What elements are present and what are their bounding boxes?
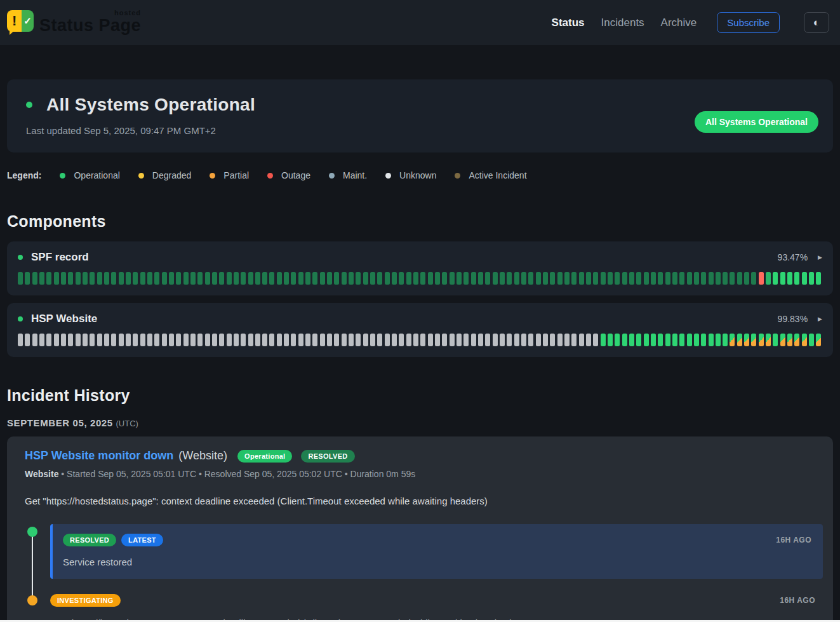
uptime-bar-unknown — [104, 334, 109, 346]
uptime-bar-op — [672, 334, 677, 346]
uptime-bar-op-dim — [154, 272, 159, 285]
uptime-bar-unknown — [190, 334, 196, 346]
uptime-bars — [18, 272, 822, 285]
uptime-bar-unknown — [183, 334, 189, 346]
uptime-bar-unknown — [162, 334, 167, 346]
uptime-bar-unknown — [18, 334, 23, 346]
uptime-bar-unknown — [420, 334, 425, 346]
theme-toggle-button[interactable]: ◐ — [804, 12, 829, 33]
component-name: HSP Website — [31, 313, 97, 325]
uptime-bar-op-dim — [536, 272, 541, 285]
uptime-bar-unknown — [61, 334, 66, 346]
uptime-bar-op-dim — [651, 272, 656, 285]
uptime-bar-op-dim — [751, 272, 756, 285]
timeline-dot — [27, 595, 37, 605]
legend-item-maint-: Maint. — [329, 170, 367, 180]
status-badge: All Systems Operational — [695, 111, 818, 133]
uptime-bar-unknown — [68, 334, 73, 346]
uptime-bar-op — [802, 272, 807, 285]
uptime-bar-op-dim — [205, 272, 210, 285]
uptime-bar-unknown — [147, 334, 152, 346]
uptime-bar-unknown — [126, 334, 131, 346]
uptime-bar-unknown — [197, 334, 203, 346]
subscribe-button[interactable]: Subscribe — [717, 12, 780, 33]
uptime-bar-op-dim — [644, 272, 649, 285]
uptime-bar-op-dim — [90, 272, 95, 285]
uptime-bar-unknown — [90, 334, 95, 346]
status-dot — [26, 102, 32, 108]
uptime-bar-op-dim — [737, 272, 742, 285]
uptime-bar-op-dim — [363, 272, 368, 285]
legend-item-label: Unknown — [399, 170, 436, 180]
uptime-bar-op-dim — [463, 272, 469, 285]
uptime-bar-op-dim — [349, 272, 354, 285]
uptime-bar-unknown — [579, 334, 584, 346]
uptime-bar-op — [780, 272, 785, 285]
uptime-bar-op-dim — [298, 272, 303, 285]
uptime-bar-partial — [737, 334, 742, 346]
uptime-bar-unknown — [176, 334, 181, 346]
uptime-bar-op-dim — [54, 272, 59, 285]
chevron-right-icon: ▶ — [818, 316, 822, 322]
component-expand[interactable]: 99.83%▶ — [778, 314, 822, 324]
uptime-bar-op-dim — [399, 272, 404, 285]
uptime-bar-unknown — [507, 334, 512, 346]
uptime-bar-op-dim — [190, 272, 196, 285]
uptime-bar-op-dim — [227, 272, 232, 285]
legend-item-operational: Operational — [60, 170, 119, 180]
timeline-update-time: 16H AGO — [776, 536, 811, 544]
component-header: SPF record93.47%▶ — [18, 251, 822, 264]
uptime-bar-unknown — [227, 334, 232, 346]
nav-item-archive[interactable]: Archive — [661, 17, 697, 29]
incident-date: SEPTEMBER 05, 2025 — [7, 417, 113, 428]
legend-item-label: Maint. — [343, 170, 367, 180]
uptime-bar-op-dim — [169, 272, 174, 285]
timeline-update-highlighted: RESOLVEDLATEST16H AGOService restored — [50, 524, 823, 579]
check-icon: ✓ — [22, 10, 34, 32]
uptime-bar-op — [608, 334, 613, 346]
incident-title-link[interactable]: HSP Website monitor down — [25, 449, 173, 463]
uptime-bar-unknown — [413, 334, 418, 346]
uptime-bar-unknown — [25, 334, 30, 346]
uptime-bar-op-dim — [312, 272, 317, 285]
uptime-bar-op-dim — [305, 272, 310, 285]
overall-status-title: All Systems Operational — [46, 95, 255, 115]
uptime-bar-op — [629, 334, 634, 346]
uptime-bar-op-dim — [320, 272, 325, 285]
uptime-bar-op-dim — [97, 272, 102, 285]
uptime-bar-unknown — [500, 334, 505, 346]
component-expand[interactable]: 93.47%▶ — [778, 252, 822, 262]
header: ! ✓ hosted Status Page StatusIncidentsAr… — [0, 0, 840, 45]
uptime-bar-op-dim — [68, 272, 73, 285]
uptime-bar-unknown — [46, 334, 51, 346]
uptime-bar-op — [809, 272, 814, 285]
uptime-bar-unknown — [327, 334, 332, 346]
uptime-bar-unknown — [119, 334, 124, 346]
uptime-bar-op-dim — [571, 272, 577, 285]
uptime-bar-op-dim — [126, 272, 131, 285]
components-title: Components — [7, 212, 833, 231]
uptime-bar-op — [687, 334, 692, 346]
uptime-bar-unknown — [536, 334, 541, 346]
uptime-bar-op-dim — [629, 272, 634, 285]
overall-status-banner: All Systems Operational Last updated Sep… — [7, 79, 833, 152]
legend-dot — [138, 173, 144, 179]
uptime-bar-op-dim — [636, 272, 641, 285]
uptime-bar-unknown — [557, 334, 563, 346]
uptime-bar-op-dim — [622, 272, 627, 285]
uptime-bar-unknown — [140, 334, 145, 346]
uptime-bar-op-dim — [601, 272, 606, 285]
brand-logo[interactable]: ! ✓ hosted Status Page — [7, 10, 141, 36]
uptime-bar-unknown — [305, 334, 310, 346]
uptime-bar-partial — [794, 334, 799, 346]
nav-item-incidents[interactable]: Incidents — [601, 17, 644, 29]
uptime-bar-op-dim — [608, 272, 613, 285]
uptime-bar-unknown — [241, 334, 246, 346]
uptime-bar-op-dim — [104, 272, 109, 285]
brand-bubble-icon: ! ✓ — [7, 10, 34, 34]
nav-item-status[interactable]: Status — [552, 17, 585, 29]
uptime-bar-op-dim — [406, 272, 411, 285]
incident-date-heading: SEPTEMBER 05, 2025 (UTC) — [7, 417, 833, 428]
uptime-bar-unknown — [97, 334, 102, 346]
uptime-bar-op-dim — [334, 272, 339, 285]
